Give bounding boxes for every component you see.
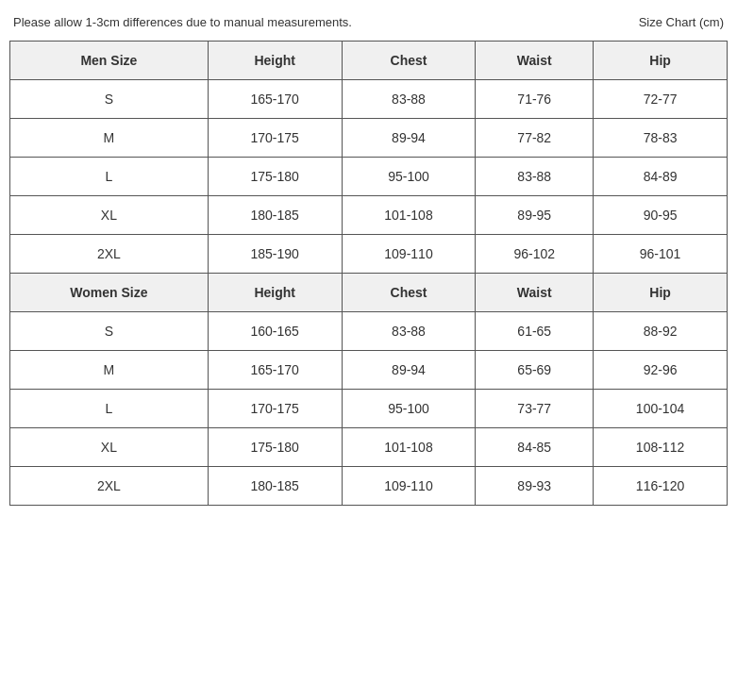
women-chest-cell: 83-88 (342, 312, 476, 351)
men-hip-cell: 90-95 (594, 196, 728, 235)
women-header-row: Women Size Height Chest Waist Hip (10, 274, 728, 312)
table-row: M170-17589-9477-8278-83 (10, 119, 728, 158)
men-hip-header: Hip (594, 42, 728, 80)
table-row: XL180-185101-10889-9590-95 (10, 196, 728, 235)
men-height-cell: 180-185 (208, 196, 342, 235)
women-size-cell: L (10, 390, 209, 428)
women-size-cell: 2XL (10, 467, 209, 506)
men-size-cell: XL (10, 196, 209, 235)
women-hip-header: Hip (594, 274, 728, 312)
men-chest-header: Chest (342, 42, 476, 80)
men-chest-cell: 83-88 (342, 80, 476, 119)
men-waist-cell: 71-76 (476, 80, 594, 119)
women-chest-cell: 95-100 (342, 390, 476, 428)
women-chest-cell: 89-94 (342, 351, 476, 390)
women-waist-cell: 65-69 (476, 351, 594, 390)
women-waist-cell: 61-65 (476, 312, 594, 351)
women-height-cell: 180-185 (208, 467, 342, 506)
men-size-header: Men Size (10, 42, 209, 80)
women-size-cell: XL (10, 428, 209, 467)
men-height-cell: 175-180 (208, 158, 342, 196)
men-chest-cell: 109-110 (342, 235, 476, 274)
table-row: M165-17089-9465-6992-96 (10, 351, 728, 390)
men-size-cell: M (10, 119, 209, 158)
women-waist-header: Waist (476, 274, 594, 312)
women-hip-cell: 108-112 (594, 428, 728, 467)
men-size-cell: L (10, 158, 209, 196)
men-rows: S165-17083-8871-7672-77M170-17589-9477-8… (10, 80, 728, 274)
men-hip-cell: 78-83 (594, 119, 728, 158)
top-bar: Please allow 1-3cm differences due to ma… (9, 9, 728, 35)
men-height-header: Height (208, 42, 342, 80)
women-waist-cell: 73-77 (476, 390, 594, 428)
women-size-cell: M (10, 351, 209, 390)
men-chest-cell: 101-108 (342, 196, 476, 235)
table-row: S160-16583-8861-6588-92 (10, 312, 728, 351)
women-size-header: Women Size (10, 274, 209, 312)
men-waist-cell: 77-82 (476, 119, 594, 158)
size-chart-table: Men Size Height Chest Waist Hip S165-170… (9, 41, 728, 506)
women-height-header: Height (208, 274, 342, 312)
chart-title: Size Chart (cm) (639, 15, 724, 29)
women-chest-cell: 109-110 (342, 467, 476, 506)
women-height-cell: 175-180 (208, 428, 342, 467)
women-hip-cell: 100-104 (594, 390, 728, 428)
table-row: S165-17083-8871-7672-77 (10, 80, 728, 119)
men-waist-cell: 96-102 (476, 235, 594, 274)
table-row: L175-18095-10083-8884-89 (10, 158, 728, 196)
men-chest-cell: 89-94 (342, 119, 476, 158)
women-hip-cell: 92-96 (594, 351, 728, 390)
men-size-cell: S (10, 80, 209, 119)
women-waist-cell: 89-93 (476, 467, 594, 506)
women-height-cell: 165-170 (208, 351, 342, 390)
women-chest-header: Chest (342, 274, 476, 312)
table-row: 2XL180-185109-11089-93116-120 (10, 467, 728, 506)
notice-text: Please allow 1-3cm differences due to ma… (13, 15, 639, 29)
women-waist-cell: 84-85 (476, 428, 594, 467)
table-row: XL175-180101-10884-85108-112 (10, 428, 728, 467)
men-waist-cell: 89-95 (476, 196, 594, 235)
men-size-cell: 2XL (10, 235, 209, 274)
table-row: 2XL185-190109-11096-10296-101 (10, 235, 728, 274)
men-header-row: Men Size Height Chest Waist Hip (10, 42, 728, 80)
men-waist-cell: 83-88 (476, 158, 594, 196)
men-height-cell: 185-190 (208, 235, 342, 274)
men-hip-cell: 84-89 (594, 158, 728, 196)
women-height-cell: 160-165 (208, 312, 342, 351)
men-hip-cell: 96-101 (594, 235, 728, 274)
table-row: L170-17595-10073-77100-104 (10, 390, 728, 428)
women-rows: S160-16583-8861-6588-92M165-17089-9465-6… (10, 312, 728, 506)
men-waist-header: Waist (476, 42, 594, 80)
women-size-cell: S (10, 312, 209, 351)
men-hip-cell: 72-77 (594, 80, 728, 119)
women-chest-cell: 101-108 (342, 428, 476, 467)
men-height-cell: 170-175 (208, 119, 342, 158)
women-hip-cell: 88-92 (594, 312, 728, 351)
men-chest-cell: 95-100 (342, 158, 476, 196)
men-height-cell: 165-170 (208, 80, 342, 119)
women-height-cell: 170-175 (208, 390, 342, 428)
women-hip-cell: 116-120 (594, 467, 728, 506)
